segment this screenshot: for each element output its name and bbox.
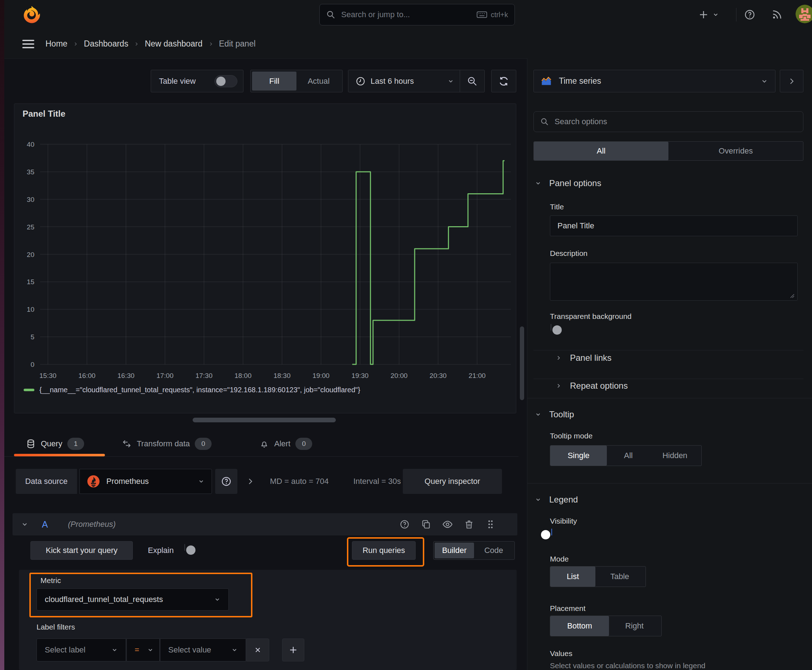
metric-value: cloudflared_tunnel_total_requests	[45, 595, 209, 604]
select-value-placeholder: Select value	[168, 645, 225, 655]
chevron-down-icon	[231, 647, 238, 653]
query-inspector-button[interactable]: Query inspector	[403, 469, 502, 494]
legend-mode-table[interactable]: Table	[595, 567, 644, 587]
datasource-help-icon[interactable]	[215, 469, 237, 494]
select-value-dropdown[interactable]: Select value	[160, 638, 246, 662]
options-search-input[interactable]	[554, 117, 797, 127]
fill-actual-switch: Fill Actual	[250, 70, 342, 92]
actual-option[interactable]: Actual	[297, 71, 341, 91]
builder-option[interactable]: Builder	[435, 543, 474, 558]
breadcrumb-dashboards[interactable]: Dashboards	[84, 39, 128, 49]
select-label-dropdown[interactable]: Select label	[37, 638, 126, 662]
breadcrumb-new-dashboard[interactable]: New dashboard	[145, 39, 202, 49]
prometheus-icon	[87, 475, 100, 488]
search-icon	[326, 10, 336, 19]
options-search-box[interactable]	[534, 111, 804, 132]
chart-legend[interactable]: {__name__="cloudflared_tunnel_total_requ…	[24, 386, 360, 394]
delete-query-icon[interactable]	[464, 519, 475, 530]
code-option[interactable]: Code	[474, 543, 514, 558]
help-icon[interactable]	[742, 7, 757, 22]
refresh-icon[interactable]	[491, 70, 516, 92]
global-search-input[interactable]	[341, 10, 471, 20]
legend-swatch	[24, 389, 34, 391]
chevron-down-icon	[147, 647, 154, 653]
add-menu-button[interactable]	[698, 7, 729, 22]
visualization-picker[interactable]: Time series	[534, 70, 775, 92]
query-row-header[interactable]: A (Prometheus)	[12, 513, 517, 535]
svg-text:20:30: 20:30	[430, 372, 447, 379]
duplicate-query-icon[interactable]	[421, 519, 431, 530]
query-count-badge: 1	[67, 438, 84, 450]
kick-start-query-button[interactable]: Kick start your query	[31, 541, 133, 560]
drag-handle-icon[interactable]	[485, 519, 496, 530]
datasource-value: Prometheus	[106, 477, 192, 486]
tab-all[interactable]: All	[534, 142, 668, 160]
table-view-toggle[interactable]	[214, 75, 237, 87]
explain-toggle[interactable]	[185, 544, 185, 551]
operator-dropdown[interactable]: =	[126, 638, 160, 662]
menu-icon[interactable]	[22, 38, 35, 50]
remove-filter-icon[interactable]	[246, 638, 269, 662]
clock-icon	[356, 76, 366, 86]
transparent-background-label: Transparent background	[550, 312, 632, 321]
repeat-options-section[interactable]: Repeat options	[556, 381, 627, 391]
user-avatar[interactable]	[795, 5, 812, 23]
chevron-right-icon	[556, 383, 561, 389]
tooltip-mode-hidden[interactable]: Hidden	[650, 446, 700, 465]
expand-row-icon[interactable]	[245, 476, 256, 487]
placement-right[interactable]: Right	[609, 616, 660, 636]
legend-mode-list[interactable]: List	[550, 567, 595, 587]
grafana-logo-icon[interactable]	[23, 5, 41, 24]
builder-code-switch: Builder Code	[433, 541, 515, 560]
tab-alert[interactable]: Alert 0	[259, 431, 312, 456]
tab-query[interactable]: Query 1	[26, 431, 84, 456]
plus-icon	[698, 9, 709, 20]
chevron-right-icon	[73, 42, 78, 47]
chevron-right-icon	[209, 42, 214, 47]
metric-label: Metric	[41, 576, 61, 585]
panel-options-section[interactable]: Panel options	[535, 178, 601, 188]
chevron-down-icon[interactable]	[21, 521, 28, 528]
zoom-out-icon[interactable]	[460, 70, 485, 92]
description-textarea[interactable]	[550, 263, 798, 301]
legend-visibility-toggle[interactable]	[551, 529, 552, 535]
hide-query-icon[interactable]	[442, 519, 453, 530]
tooltip-section[interactable]: Tooltip	[535, 409, 574, 420]
vertical-scrollbar[interactable]	[520, 327, 524, 400]
global-search-box[interactable]: ctrl+k	[319, 4, 515, 25]
datasource-picker[interactable]: Prometheus	[80, 469, 212, 494]
add-filter-icon[interactable]	[282, 638, 304, 662]
svg-text:19:30: 19:30	[352, 372, 369, 379]
repeat-options-header: Repeat options	[570, 381, 627, 391]
breadcrumb-home[interactable]: Home	[46, 39, 67, 49]
tooltip-mode-single[interactable]: Single	[550, 446, 607, 465]
legend-section[interactable]: Legend	[535, 495, 578, 505]
svg-text:18:00: 18:00	[234, 372, 252, 379]
panel-title-input[interactable]	[550, 215, 798, 236]
metric-select[interactable]: cloudflared_tunnel_total_requests	[37, 589, 229, 611]
chevron-down-icon	[214, 596, 220, 603]
tab-overrides[interactable]: Overrides	[668, 142, 803, 160]
fill-option[interactable]: Fill	[252, 71, 297, 91]
svg-text:15: 15	[27, 278, 34, 286]
svg-text:16:00: 16:00	[78, 372, 96, 379]
run-queries-button[interactable]: Run queries	[352, 541, 416, 560]
transparent-background-toggle[interactable]	[551, 324, 551, 331]
horizontal-resize-handle[interactable]	[193, 418, 336, 422]
query-help-icon[interactable]	[399, 519, 410, 530]
tab-alert-label: Alert	[274, 439, 290, 448]
svg-text:17:00: 17:00	[156, 372, 174, 379]
placement-bottom[interactable]: Bottom	[550, 616, 609, 636]
panel-links-section[interactable]: Panel links	[556, 353, 612, 363]
news-rss-icon[interactable]	[770, 7, 784, 22]
table-view-control: Table view	[151, 70, 244, 92]
legend-series-label: {__name__="cloudflared_tunnel_total_requ…	[39, 386, 360, 394]
svg-text:30: 30	[27, 196, 34, 203]
tooltip-mode-all[interactable]: All	[607, 446, 650, 465]
toggle-viz-pane-icon[interactable]	[780, 70, 804, 92]
alert-count-badge: 0	[295, 438, 312, 450]
time-range-picker[interactable]: Last 6 hours	[348, 76, 460, 86]
divider	[534, 379, 804, 379]
tab-transform[interactable]: Transform data 0	[122, 431, 212, 456]
chevron-down-icon	[712, 12, 719, 18]
